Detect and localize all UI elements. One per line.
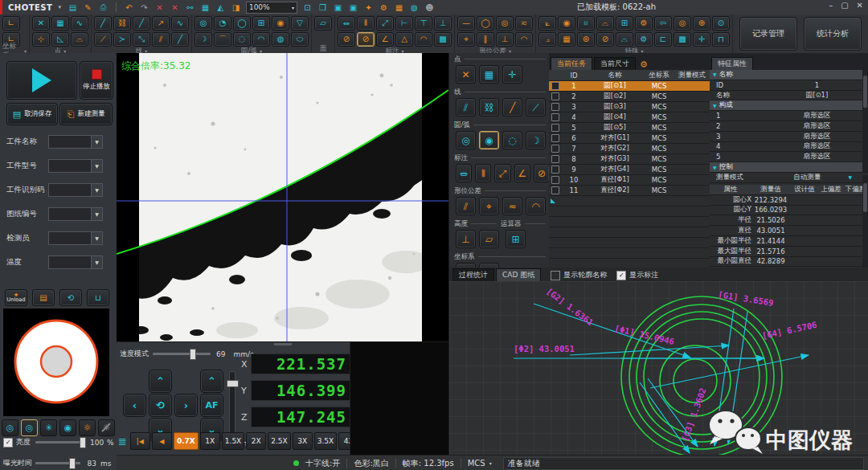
ribbon-tool-icon[interactable]: ⊙ bbox=[712, 16, 730, 31]
ribbon-tool-icon[interactable]: ∿ bbox=[171, 16, 189, 31]
height-probe-icon[interactable]: ⊥ bbox=[456, 230, 476, 248]
chevron-down-icon[interactable]: ▼ bbox=[91, 232, 102, 244]
ribbon-tool-icon[interactable]: ⊓ bbox=[712, 32, 730, 47]
zoom-level-button[interactable]: 3.5X bbox=[314, 432, 337, 450]
ribbon-tool-icon[interactable]: ▽ bbox=[291, 16, 309, 31]
ribbon-tool-icon[interactable]: ▩ bbox=[674, 32, 691, 47]
table-row[interactable]: 7对齐[G2]MCS bbox=[549, 144, 710, 154]
row-checkbox[interactable] bbox=[551, 186, 559, 194]
ribbon-tool-icon[interactable]: ≂ bbox=[515, 16, 533, 31]
ribbon-tool-icon[interactable]: ⬭ bbox=[291, 32, 309, 47]
ribbon-tool-icon[interactable]: ⌓ bbox=[616, 32, 633, 47]
field-combobox[interactable]: ▼ bbox=[48, 135, 103, 149]
undo-icon[interactable]: ↶ bbox=[123, 2, 135, 13]
table-row[interactable]: 1圆[⊙1]MCS bbox=[549, 81, 710, 92]
table-row[interactable]: 11直径[Φ2]MCS bbox=[549, 186, 710, 196]
table-row[interactable]: 5圆[⊙5]MCS bbox=[549, 123, 710, 133]
gift-icon[interactable]: ✦ bbox=[362, 2, 375, 13]
camera-view[interactable]: 综合倍率:35.32 bbox=[117, 53, 448, 341]
property-section-header[interactable]: ▼构成 bbox=[710, 100, 868, 111]
chevron-down-icon[interactable]: ▼ bbox=[91, 256, 102, 268]
ribbon-tool-icon[interactable]: ≻ bbox=[113, 32, 131, 47]
unload-button[interactable]: ✚Unload bbox=[5, 289, 27, 306]
ribbon-tool-icon[interactable]: ⊞ bbox=[252, 16, 270, 31]
apps-icon[interactable]: ▦ bbox=[393, 2, 405, 13]
save-icon[interactable]: ▤ bbox=[67, 2, 79, 13]
ribbon-tool-icon[interactable]: ⊕ bbox=[693, 16, 710, 31]
ribbon-tool-icon[interactable]: ⫽ bbox=[152, 32, 170, 47]
single-window-icon[interactable]: ❐ bbox=[317, 2, 329, 13]
jog-up-button[interactable]: ⌃ bbox=[149, 370, 172, 393]
tab-CAD 图纸[interactable]: CAD 图纸 bbox=[496, 268, 541, 281]
row-checkbox[interactable] bbox=[551, 176, 559, 184]
ribbon-tool-icon[interactable]: ◯ bbox=[233, 16, 251, 31]
gear-icon[interactable]: ⚙ bbox=[378, 2, 390, 13]
circle-ring-icon[interactable]: ◎ bbox=[456, 131, 476, 149]
ribbon-tool-icon[interactable]: — bbox=[457, 16, 475, 31]
cm-screen-icon[interactable]: ▣ bbox=[332, 2, 344, 13]
maximize-button[interactable]: ▢ bbox=[841, 1, 848, 10]
jog-home-button[interactable]: ⟲ bbox=[149, 394, 172, 417]
ribbon-tool-icon[interactable]: ⟀ bbox=[538, 16, 556, 31]
ribbon-tool-icon[interactable]: ⌖ bbox=[457, 32, 475, 47]
ribbon-tool-icon[interactable]: ⊘ bbox=[357, 32, 375, 47]
chevron-down-icon[interactable]: ▼ bbox=[91, 136, 102, 148]
circle-points-icon[interactable]: ◌ bbox=[502, 131, 522, 149]
record-manage-button[interactable]: 记录管理 bbox=[739, 17, 797, 51]
zoom-first-button[interactable]: |◀ bbox=[130, 432, 150, 450]
point-grid-icon[interactable]: ▦ bbox=[479, 65, 499, 84]
checkbox[interactable]: ✓ bbox=[551, 271, 560, 280]
redo-icon[interactable]: ↷ bbox=[138, 2, 150, 13]
ribbon-tool-icon[interactable]: ⦀ bbox=[357, 16, 375, 31]
tol-position-icon[interactable]: ⌖ bbox=[479, 197, 499, 215]
ribbon-tool-icon[interactable]: ⌒ bbox=[214, 32, 231, 47]
vx-screen-icon[interactable]: ▣ bbox=[347, 2, 359, 13]
zoom-prev-button[interactable]: ◀ bbox=[152, 432, 172, 450]
table-row[interactable]: 3圆[⊙3]MCS bbox=[549, 102, 710, 112]
row-checkbox[interactable] bbox=[551, 113, 559, 121]
ribbon-tool-icon[interactable]: ⊛ bbox=[577, 32, 595, 47]
cancel-save-button[interactable]: ▤ 取消保存 bbox=[6, 103, 58, 125]
light-off-icon[interactable]: ☼ bbox=[98, 419, 115, 436]
dim-width-icon[interactable]: ⏛ bbox=[456, 164, 472, 182]
ribbon-tool-icon[interactable]: ⌓ bbox=[596, 16, 614, 31]
grid-icon[interactable]: ▦ bbox=[199, 2, 211, 13]
ribbon-tool-icon[interactable]: ⟋ bbox=[94, 32, 112, 47]
row-checkbox[interactable] bbox=[551, 124, 559, 132]
user-icon[interactable]: ☻ bbox=[424, 2, 436, 13]
gear-icon[interactable]: ⚙ bbox=[640, 59, 648, 70]
ribbon-tool-icon[interactable]: ⊢ bbox=[395, 16, 413, 31]
ribbon-tool-icon[interactable]: ╱ bbox=[94, 16, 112, 31]
panel-grip[interactable] bbox=[274, 343, 292, 345]
table-row[interactable]: 4圆[⊙4]MCS bbox=[549, 112, 710, 123]
tab-当前任务[interactable]: 当前任务 bbox=[551, 57, 592, 70]
new-measure-button[interactable]: ⎗ 新建测量 bbox=[59, 103, 113, 125]
table-row[interactable]: 8对齐[G3]MCS bbox=[549, 154, 710, 165]
line-icon[interactable]: ╱ bbox=[502, 98, 522, 116]
stats-analysis-button[interactable]: 统计分析 bbox=[804, 17, 862, 51]
arc-icon[interactable]: ☽ bbox=[526, 131, 546, 149]
chevron-down-icon[interactable]: ▼ bbox=[848, 174, 852, 180]
ribbon-tool-icon[interactable]: ⇦ bbox=[654, 16, 672, 31]
ribbon-tool-icon[interactable]: ▱ bbox=[314, 16, 332, 31]
monitor-icon[interactable]: ⊡ bbox=[301, 2, 313, 13]
delete-icon[interactable]: ✕ bbox=[154, 2, 166, 13]
ribbon-tool-icon[interactable]: ◉ bbox=[558, 16, 575, 31]
minimize-button[interactable]: – bbox=[829, 1, 833, 10]
spot-light-icon[interactable]: ◉ bbox=[59, 419, 76, 436]
ribbon-tool-icon[interactable]: ⌓ bbox=[71, 32, 88, 47]
zoom-level-button[interactable]: 2.5X bbox=[268, 432, 290, 450]
point-crosshair-icon[interactable]: ✛ bbox=[502, 65, 522, 84]
ribbon-tool-icon[interactable]: ⏛ bbox=[338, 16, 355, 31]
ribbon-tool-icon[interactable]: ⊞ bbox=[616, 16, 633, 31]
ribbon-tool-icon[interactable]: △ bbox=[395, 32, 413, 47]
ribbon-tool-icon[interactable]: ⛓ bbox=[113, 16, 131, 31]
ribbon-tool-icon[interactable]: ▦ bbox=[51, 16, 69, 31]
line-thick-icon[interactable]: ⫽ bbox=[456, 98, 476, 116]
tab-feature-properties[interactable]: 特征属性 bbox=[711, 57, 753, 70]
chevron-down-icon[interactable]: ▼ bbox=[91, 160, 102, 172]
light-preview[interactable] bbox=[3, 309, 109, 416]
tol-symmetry-icon[interactable]: ≂ bbox=[502, 197, 522, 215]
light-on-icon[interactable]: ☼ bbox=[79, 419, 96, 436]
ring-light-2-icon[interactable]: ◎ bbox=[21, 419, 38, 436]
